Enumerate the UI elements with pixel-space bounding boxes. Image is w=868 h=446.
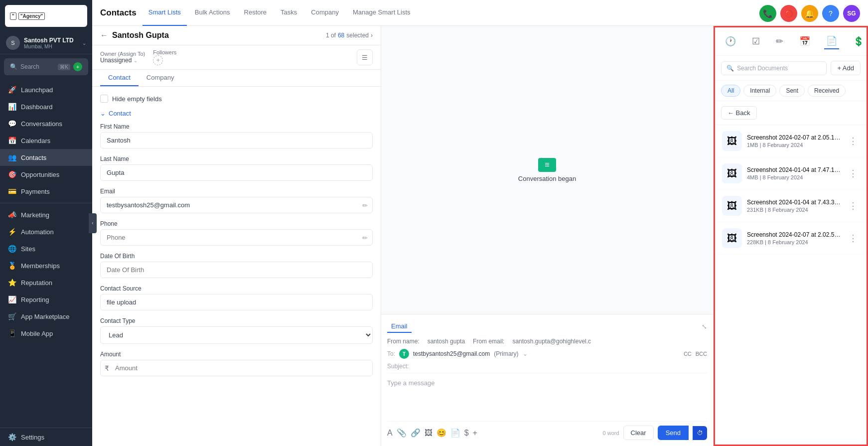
sidebar-item-settings[interactable]: ⚙️ Settings xyxy=(0,428,92,446)
sidebar-item-label: Mobile App xyxy=(21,330,53,337)
doc-more-icon[interactable]: ⋮ xyxy=(847,166,860,181)
doc-item[interactable]: 🖼 Screenshot 2024-01-04 at 7.47.15 ... 4… xyxy=(715,157,867,190)
tab-smart-lists[interactable]: Smart Lists xyxy=(143,0,187,26)
sidebar-item-memberships[interactable]: 🏅 Memberships xyxy=(0,257,92,274)
send-options-button[interactable]: ⏱ xyxy=(693,426,707,440)
contact-type-select[interactable]: Lead Customer Prospect xyxy=(100,326,373,344)
sidebar-item-app-marketplace[interactable]: 🛒 App Marketplace xyxy=(0,308,92,325)
contact-section-header[interactable]: ⌄ Contact xyxy=(100,110,373,117)
attachment-icon[interactable]: 📎 xyxy=(397,428,407,438)
owner-value[interactable]: Unassigned ⌄ xyxy=(100,57,145,64)
doc-image-icon: 🖼 xyxy=(727,136,737,147)
compose-expand-button[interactable]: ⤡ xyxy=(702,323,707,330)
sidebar-item-reputation[interactable]: ⭐ Reputation xyxy=(0,274,92,291)
search-icon: 🔍 xyxy=(10,63,17,70)
sidebar-search[interactable]: 🔍 Search ⌘K + xyxy=(4,58,88,75)
email-input[interactable] xyxy=(100,197,373,213)
conversation-messages: ≡ Conversation began xyxy=(381,26,713,314)
search-placeholder: Search xyxy=(20,63,55,70)
hide-empty-checkbox[interactable] xyxy=(100,95,108,103)
doc-more-icon[interactable]: ⋮ xyxy=(847,198,860,213)
sidebar-item-mobile-app[interactable]: 📱 Mobile App xyxy=(0,325,92,342)
dob-input[interactable] xyxy=(100,262,373,278)
help-button[interactable]: ? xyxy=(822,5,839,22)
notifications-button[interactable]: 🔴 xyxy=(780,5,797,22)
compose-body[interactable]: Type a message xyxy=(387,377,707,417)
sidebar-item-payments[interactable]: 💳 Payments xyxy=(0,183,92,200)
doc-item[interactable]: 🖼 Screenshot 2024-02-07 at 2.02.59 ... 2… xyxy=(715,222,867,255)
phone-button[interactable]: 📞 xyxy=(759,5,776,22)
doc-more-icon[interactable]: ⋮ xyxy=(847,231,860,246)
doc-item[interactable]: 🖼 Screenshot 2024-01-04 at 7.43.38 ... 2… xyxy=(715,190,867,222)
filter-tab-received[interactable]: Received xyxy=(808,85,846,97)
logo-text: "Agency" xyxy=(18,12,45,20)
sidebar-item-dashboard[interactable]: 📊 Dashboard xyxy=(0,98,92,115)
link-icon[interactable]: 🔗 xyxy=(411,428,421,438)
doc-image-icon: 🖼 xyxy=(727,168,737,179)
text-format-icon[interactable]: A xyxy=(387,429,393,438)
sidebar-item-opportunities[interactable]: 🎯 Opportunities xyxy=(0,166,92,183)
first-name-input[interactable] xyxy=(100,132,373,149)
filter-tab-internal[interactable]: Internal xyxy=(743,85,776,97)
dollar-icon[interactable]: $ xyxy=(464,429,469,438)
dollar-circle-icon[interactable]: 💲 xyxy=(851,34,866,49)
cc-button[interactable]: CC xyxy=(684,351,692,357)
document-icon[interactable]: 📄 xyxy=(450,428,460,438)
contact-form: Hide empty fields ⌄ Contact First Name L… xyxy=(92,87,381,446)
filter-button[interactable]: ☰ xyxy=(357,49,373,65)
email-edit-icon[interactable]: ✏ xyxy=(362,201,368,209)
org-switcher[interactable]: S Santosh PVT LTD Mumbai, MH ⌄ xyxy=(0,32,92,54)
sidebar-item-reporting[interactable]: 📈 Reporting xyxy=(0,291,92,308)
selected-label: selected xyxy=(346,32,369,39)
sidebar-item-sites[interactable]: 🌐 Sites xyxy=(0,240,92,257)
amount-input[interactable] xyxy=(113,360,372,376)
last-name-input[interactable] xyxy=(100,164,373,181)
document-tab-icon[interactable]: 📄 xyxy=(824,33,839,49)
filter-tab-sent[interactable]: Sent xyxy=(779,85,805,97)
bcc-button[interactable]: BCC xyxy=(696,351,707,357)
filter-tab-all[interactable]: All xyxy=(721,85,740,97)
tab-company[interactable]: Company xyxy=(305,0,345,26)
emoji-icon[interactable]: 😊 xyxy=(436,428,446,438)
docs-back-button[interactable]: ← Back xyxy=(721,106,757,120)
tab-contact[interactable]: Contact xyxy=(100,70,139,86)
sidebar-item-calendars[interactable]: 📅 Calendars xyxy=(0,132,92,149)
nav-next-icon[interactable]: › xyxy=(371,32,373,39)
sidebar-collapse-button[interactable]: ‹ xyxy=(89,213,97,233)
sidebar-item-automation[interactable]: ⚡ Automation xyxy=(0,223,92,240)
image-icon[interactable]: 🖼 xyxy=(425,429,433,438)
clock-icon[interactable]: 🕐 xyxy=(723,34,738,49)
user-avatar[interactable]: SG xyxy=(843,5,860,22)
tab-restore[interactable]: Restore xyxy=(238,0,273,26)
phone-input[interactable] xyxy=(100,229,373,246)
back-button[interactable]: ← xyxy=(100,31,108,40)
followers-add-button[interactable]: + xyxy=(153,55,163,65)
tab-tasks[interactable]: Tasks xyxy=(275,0,303,26)
docs-search-field[interactable]: 🔍 Search Documents xyxy=(721,61,827,75)
calendar-icon[interactable]: 📅 xyxy=(797,34,812,49)
doc-more-icon[interactable]: ⋮ xyxy=(847,134,860,149)
plus-icon[interactable]: + xyxy=(473,429,477,438)
sidebar-item-contacts[interactable]: 👥 Contacts xyxy=(0,149,92,166)
owner-section: Owner (Assign To) Unassigned ⌄ xyxy=(100,51,145,64)
contact-source-input[interactable] xyxy=(100,294,373,310)
sidebar-item-launchpad[interactable]: 🚀 Launchpad xyxy=(0,81,92,98)
to-dropdown-icon[interactable]: ⌄ xyxy=(523,350,528,357)
sidebar-item-marketing[interactable]: 📣 Marketing xyxy=(0,206,92,223)
tab-manage-smart-lists[interactable]: Manage Smart Lists xyxy=(347,0,417,26)
doc-item[interactable]: 🖼 Screenshot 2024-02-07 at 2.05.18 ... 1… xyxy=(715,125,867,157)
search-plus-icon[interactable]: + xyxy=(73,62,82,71)
sidebar-item-conversations[interactable]: 💬 Conversations xyxy=(0,115,92,132)
org-location: Mumbai, MH xyxy=(24,44,78,49)
opportunities-icon: 🎯 xyxy=(8,170,16,178)
clear-button[interactable]: Clear xyxy=(623,426,654,440)
send-button[interactable]: Send xyxy=(658,426,689,440)
compose-tab-email[interactable]: Email xyxy=(387,320,412,333)
edit-icon[interactable]: ✏ xyxy=(774,34,785,49)
bell-button[interactable]: 🔔 xyxy=(801,5,818,22)
tab-company[interactable]: Company xyxy=(139,70,182,86)
task-icon[interactable]: ☑ xyxy=(750,34,762,49)
docs-add-button[interactable]: + Add xyxy=(831,61,861,75)
phone-edit-icon[interactable]: ✏ xyxy=(362,234,368,241)
tab-bulk-actions[interactable]: Bulk Actions xyxy=(189,0,236,26)
